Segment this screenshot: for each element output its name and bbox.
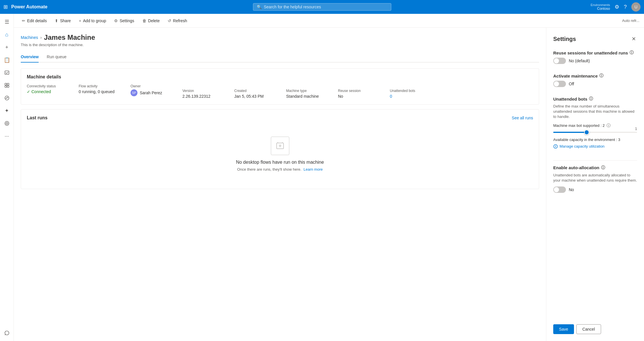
delete-icon: 🗑 (142, 18, 146, 23)
share-button[interactable]: ⬆ Share (51, 17, 74, 25)
sidebar-item-monitor[interactable] (1, 92, 13, 104)
owner-item: Owner SP Sarah Perez (131, 84, 171, 99)
empty-icon (271, 137, 289, 155)
sidebar-item-book[interactable]: 📋 (1, 54, 13, 66)
machine-max-label: Machine max bot supported : 2 (553, 123, 605, 128)
refresh-button[interactable]: ↺ Refresh (164, 17, 190, 25)
auto-allocation-info-icon[interactable]: ⓘ (601, 165, 605, 170)
sidebar-item-ai[interactable]: ✦ (1, 105, 13, 116)
breadcrumb: Machines › James Machine (21, 33, 539, 42)
empty-desc: Once there are runs, they'll show here. … (237, 167, 323, 172)
sidebar-item-feedback[interactable] (1, 327, 13, 339)
svg-rect-4 (7, 86, 9, 87)
slider-value-label: 1 (635, 127, 637, 131)
sidebar: ☰ ⌂ + 📋 ✦ ··· (0, 14, 14, 341)
search-bar[interactable]: 🔍 (253, 3, 391, 11)
slider-fill (553, 132, 587, 133)
auto-allocation-label: No (569, 187, 574, 192)
maintenance-toggle[interactable] (553, 81, 566, 87)
sidebar-item-approvals[interactable] (1, 67, 13, 78)
reuse-sessions-section: Reuse sessions for unattended runs ⓘ No … (553, 50, 637, 66)
version-value: 2.26.139.22312 (182, 94, 223, 99)
share-icon: ⬆ (55, 18, 58, 23)
maintenance-section: Activate maintenance ⓘ Off (553, 73, 637, 89)
main-content: ✏ Edit details ⬆ Share + Add to group ⚙ … (14, 14, 644, 341)
breadcrumb-machines[interactable]: Machines (21, 35, 38, 40)
version-item: Version 2.26.139.22312 (182, 89, 223, 99)
manage-capacity-link[interactable]: Manage capacity utilization (553, 144, 637, 149)
cancel-button[interactable]: Cancel (576, 324, 601, 334)
maintenance-title: Activate maintenance ⓘ (553, 73, 637, 78)
unattended-bots-info-icon[interactable]: ⓘ (589, 96, 593, 101)
machine-details-title: Machine details (27, 74, 533, 80)
flow-activity-label: Flow activity (79, 84, 119, 88)
breadcrumb-separator: › (40, 35, 42, 40)
reuse-session-item: Reuse session No (338, 89, 378, 99)
reuse-session-value: No (338, 94, 378, 99)
last-runs-header: Last runs See all runs (27, 115, 533, 120)
content-area: Machines › James Machine This is the des… (14, 28, 644, 341)
panel-close-button[interactable]: ✕ (630, 35, 637, 43)
auto-allocation-title: Enable auto-allocation ⓘ (553, 165, 637, 170)
sidebar-item-process[interactable] (1, 118, 13, 129)
settings-icon: ⚙ (114, 18, 118, 23)
auto-allocation-desc: Unattended bots are automatically alloca… (553, 173, 637, 183)
delete-button[interactable]: 🗑 Delete (139, 17, 163, 25)
connectivity-item: Connectivity status ✓ Connected (27, 84, 67, 99)
created-item: Created Jan 5, 05:43 PM (234, 89, 275, 99)
user-avatar[interactable]: U (631, 2, 641, 12)
reuse-sessions-info-icon[interactable]: ⓘ (630, 50, 634, 55)
connectivity-label: Connectivity status (27, 84, 67, 88)
machine-details-card: Machine details Connectivity status ✓ Co… (21, 68, 539, 105)
machine-max-row: Machine max bot supported : 2 ⓘ (553, 123, 637, 128)
sidebar-item-menu[interactable]: ☰ (1, 16, 13, 28)
save-button[interactable]: Save (553, 324, 574, 334)
sidebar-item-create[interactable]: + (1, 42, 13, 53)
available-capacity-text: Available capacity in the environment : … (553, 137, 637, 142)
owner-value: Sarah Perez (140, 91, 162, 95)
refresh-icon: ↺ (168, 18, 171, 23)
unattended-bots-label: Unattended bots (390, 89, 430, 93)
tab-overview[interactable]: Overview (21, 52, 39, 63)
svg-rect-2 (7, 83, 9, 85)
env-label: Environments (591, 3, 610, 7)
settings-button[interactable]: ⚙ Settings (111, 17, 138, 25)
help-icon[interactable]: ? (624, 4, 627, 10)
auto-allocation-section: Enable auto-allocation ⓘ Unattended bots… (553, 165, 637, 195)
created-value: Jan 5, 05:43 PM (234, 94, 275, 99)
unattended-bots-desc: Define the max number of simultaneous un… (553, 104, 637, 120)
slider-container: 1 (553, 132, 637, 133)
connectivity-value: ✓ Connected (27, 89, 67, 94)
divider (553, 160, 637, 161)
add-to-group-button[interactable]: + Add to group (75, 17, 109, 25)
edit-details-button[interactable]: ✏ Edit details (18, 17, 50, 25)
toolbar: ✏ Edit details ⬆ Share + Add to group ⚙ … (14, 14, 644, 28)
svg-point-7 (5, 121, 9, 125)
tab-run-queue[interactable]: Run queue (47, 52, 67, 63)
owner-avatar: SP (131, 89, 137, 96)
top-nav: ⊞ Power Automate 🔍 Environments Contoso … (0, 0, 644, 14)
sidebar-item-solutions[interactable] (1, 80, 13, 91)
panel-footer: Save Cancel (553, 320, 637, 334)
slider-wrapper: 1 (553, 132, 637, 133)
machine-type-label: Machine type (286, 89, 326, 93)
see-all-runs-link[interactable]: See all runs (512, 116, 533, 120)
machine-max-info-icon[interactable]: ⓘ (607, 123, 611, 128)
machine-type-value: Standard machine (286, 94, 326, 99)
slider-thumb[interactable] (584, 130, 589, 135)
auto-allocation-toggle[interactable] (553, 186, 566, 193)
environment-info[interactable]: Environments Contoso (591, 3, 610, 11)
top-nav-right: Environments Contoso ⚙ ? U (591, 2, 641, 12)
settings-nav-icon[interactable]: ⚙ (615, 4, 619, 10)
created-label: Created (234, 89, 275, 93)
svg-rect-1 (5, 83, 7, 85)
app-grid-icon[interactable]: ⊞ (3, 4, 8, 10)
search-input[interactable] (264, 5, 388, 9)
learn-more-link[interactable]: Learn more (304, 167, 323, 172)
auto-allocation-row: No (553, 186, 637, 193)
maintenance-info-icon[interactable]: ⓘ (599, 73, 603, 78)
sidebar-item-more[interactable]: ··· (1, 130, 13, 142)
reuse-sessions-toggle[interactable] (553, 58, 566, 64)
sidebar-item-home[interactable]: ⌂ (1, 29, 13, 40)
main-area: Machines › James Machine This is the des… (14, 28, 546, 341)
